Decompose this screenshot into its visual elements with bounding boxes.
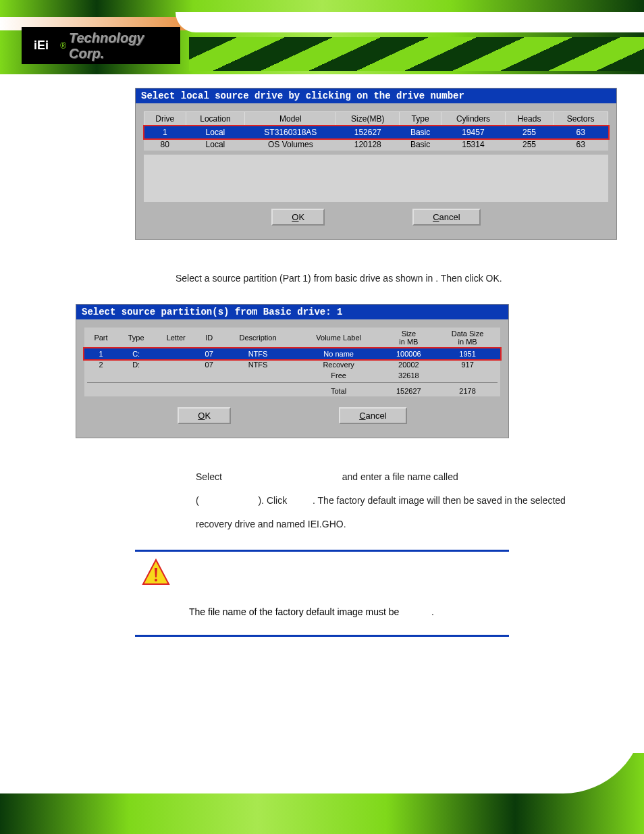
column-header: Sectors xyxy=(554,112,608,126)
column-header: Part xyxy=(84,328,117,348)
step-4-text: Select a source partition (Part 1) from … xyxy=(0,267,644,290)
ok-button[interactable]: OK xyxy=(178,407,231,424)
header-decoration: ® Technology Corp. xyxy=(0,0,644,74)
footer-decoration xyxy=(0,753,644,834)
dialog-title: Select source partition(s) from Basic dr… xyxy=(76,305,508,319)
column-header: ID xyxy=(197,328,221,348)
dialog-title: Select local source drive by clicking on… xyxy=(136,88,616,103)
ok-button[interactable]: OK xyxy=(271,209,325,226)
total-row: Total1526272178 xyxy=(84,384,500,396)
column-header: Data Sizein MB xyxy=(435,328,500,348)
table-row[interactable]: 2D:07NTFSRecovery20002917 xyxy=(84,359,500,370)
column-header: Cylinders xyxy=(441,112,506,126)
select-source-drive-dialog: Select local source drive by clicking on… xyxy=(135,88,617,240)
column-header: Heads xyxy=(505,112,554,126)
column-header: Location xyxy=(186,112,245,126)
column-header: Sizein MB xyxy=(382,328,435,348)
logo-text: Technology Corp. xyxy=(69,30,180,61)
column-header: Volume Label xyxy=(295,328,383,348)
warning-text: The file name of the factory default ima… xyxy=(135,600,509,624)
drive-table: DriveLocationModelSize(MB)TypeCylindersH… xyxy=(144,111,608,151)
select-source-partition-dialog: Select source partition(s) from Basic dr… xyxy=(76,304,509,438)
column-header: Model xyxy=(245,112,336,126)
column-header: Description xyxy=(221,328,295,348)
table-row[interactable]: 1C:07NTFSNo name1000061951 xyxy=(84,348,500,360)
column-header: Size(MB) xyxy=(336,112,400,126)
warning-icon xyxy=(142,558,170,587)
iei-logo-icon xyxy=(32,34,55,57)
cancel-button[interactable]: Cancel xyxy=(412,209,480,226)
svg-point-2 xyxy=(155,579,157,581)
column-header: Letter xyxy=(155,328,197,348)
table-row[interactable]: 1LocalST3160318AS152627Basic1945725563 xyxy=(144,126,608,139)
column-header: Type xyxy=(400,112,441,126)
table-row[interactable]: 80LocalOS Volumes120128Basic1531425563 xyxy=(144,138,608,151)
registered-mark: ® xyxy=(60,41,66,51)
warning-callout: The file name of the factory default ima… xyxy=(135,550,509,637)
column-header: Type xyxy=(117,328,155,348)
step-10-text: Select and enter a file name called ( ).… xyxy=(0,465,644,536)
logo: ® Technology Corp. xyxy=(22,27,180,64)
partition-table: PartTypeLetterIDDescriptionVolume LabelS… xyxy=(84,328,500,396)
cancel-button[interactable]: Cancel xyxy=(339,407,406,424)
column-header: Drive xyxy=(144,112,186,126)
free-row: Free32618 xyxy=(84,370,500,381)
